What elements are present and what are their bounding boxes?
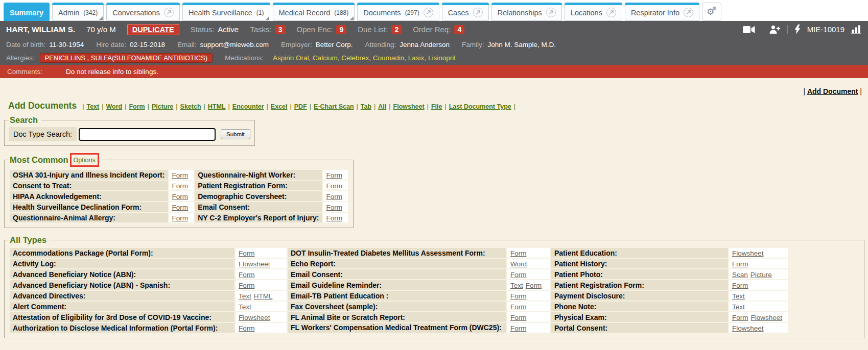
doc-link-form[interactable]: Form	[510, 314, 527, 321]
doc-link-form[interactable]: Form	[326, 171, 342, 179]
open-enc-count-badge[interactable]: 9	[336, 25, 346, 34]
doc-link-form[interactable]: Form	[172, 171, 189, 179]
doc-link-text[interactable]: Text	[239, 303, 251, 311]
medication-link[interactable]: Coumadin,	[373, 54, 406, 62]
pipe-separator: |	[290, 103, 292, 110]
doc-link-text[interactable]: Text	[239, 292, 251, 300]
doc-link-form[interactable]: Form	[326, 204, 342, 211]
tasks-label: Tasks:	[250, 25, 272, 34]
doc-type-links: Form	[236, 323, 287, 333]
doc-link-form[interactable]: Form	[732, 282, 748, 289]
medication-link[interactable]: Lasix,	[408, 54, 426, 62]
add-doc-type-link-all[interactable]: All	[378, 103, 386, 110]
tab-respirator-info[interactable]: Respirator Info	[625, 3, 699, 21]
options-link[interactable]: Options	[74, 157, 96, 164]
all-types-legend: All Types	[9, 235, 50, 245]
doc-link-form[interactable]: Form	[526, 282, 542, 289]
tab-label: Locations	[571, 9, 602, 17]
add-doc-type-link-text[interactable]: Text	[86, 103, 99, 110]
doc-link-form[interactable]: Form	[239, 282, 255, 289]
doc-link-text[interactable]: Text	[510, 282, 523, 289]
add-doc-type-link-picture[interactable]: Picture	[152, 103, 173, 110]
tab-cases[interactable]: Cases	[442, 3, 489, 21]
doc-link-form[interactable]: Form	[510, 303, 527, 311]
doc-link-flowsheet[interactable]: Flowsheet	[239, 260, 270, 268]
add-person-icon[interactable]	[769, 25, 781, 34]
tab-documents[interactable]: Documents(297)	[357, 3, 439, 21]
allergy-badge[interactable]: PENICILLINS , SULFA(SULFONAMIDE ANTIBIOT…	[40, 53, 213, 63]
doc-link-form[interactable]: Form	[510, 271, 527, 279]
doc-type-label: Email Guideline Reminder:	[288, 280, 506, 290]
doc-link-form[interactable]: Form	[326, 193, 342, 201]
submit-button[interactable]: Submit	[221, 129, 250, 139]
doc-link-form[interactable]: Form	[326, 214, 342, 222]
tab-summary[interactable]: Summary	[4, 3, 50, 21]
due-list-count-badge[interactable]: 2	[391, 25, 402, 34]
doc-type-links: Form	[507, 248, 550, 258]
add-doc-type-link-sketch[interactable]: Sketch	[180, 103, 201, 110]
add-doc-type-link-excel[interactable]: Excel	[271, 103, 288, 110]
doc-link-form[interactable]: Form	[172, 182, 189, 190]
order-req-count-badge[interactable]: 4	[454, 25, 464, 34]
add-doc-type-link-word[interactable]: Word	[106, 103, 122, 110]
medication-link[interactable]: Aspirin Oral,	[273, 54, 311, 62]
doc-type-label: Consent to Treat:	[10, 181, 168, 190]
doc-link-form[interactable]: Form	[239, 271, 255, 279]
doc-type-label: Patient Registration Form:	[195, 181, 322, 190]
medication-link[interactable]: Celebrex,	[341, 54, 371, 62]
tasks-count-badge[interactable]: 3	[275, 25, 286, 34]
add-doc-type-link-flowsheet[interactable]: Flowsheet	[393, 103, 425, 110]
doc-type-search-input[interactable]	[79, 128, 216, 141]
doc-link-flowsheet[interactable]: Flowsheet	[751, 314, 783, 321]
medication-link[interactable]: Calcium,	[313, 54, 340, 62]
doc-link-form[interactable]: Form	[239, 324, 255, 332]
doc-link-html[interactable]: HTML	[254, 292, 273, 300]
add-doc-type-link-encounter[interactable]: Encounter	[232, 103, 264, 110]
doc-link-form[interactable]: Form	[510, 292, 527, 300]
doc-link-form[interactable]: Form	[172, 193, 189, 201]
tab-conversations[interactable]: Conversations	[106, 3, 180, 21]
pipe-separator: |	[427, 103, 429, 110]
tab-locations[interactable]: Locations	[565, 3, 622, 21]
doc-link-form[interactable]: Form	[732, 314, 748, 321]
lightning-icon[interactable]	[794, 24, 801, 34]
add-doc-type-link-file[interactable]: File	[431, 103, 442, 110]
comments-label: Comments:	[7, 68, 42, 76]
doc-link-form[interactable]: Form	[732, 260, 748, 268]
video-camera-icon[interactable]	[743, 26, 755, 34]
doc-link-form[interactable]: Form	[172, 204, 189, 211]
add-document-link[interactable]: Add Document	[807, 87, 858, 95]
table-row: Attestation of Eligibility for 3rd Dose …	[10, 312, 788, 322]
add-doc-type-link-e-chart-scan[interactable]: E-Chart Scan	[314, 103, 354, 110]
tab-health-surveillance[interactable]: Health Surveillance(1)	[182, 3, 270, 21]
doc-link-form[interactable]: Form	[326, 182, 342, 190]
add-doc-type-link-form[interactable]: Form	[129, 103, 145, 110]
doc-link-form[interactable]: Form	[510, 324, 527, 332]
allergies-label: Allergies:	[6, 54, 35, 62]
tab-admin[interactable]: Admin(342)	[52, 3, 104, 21]
duplicate-badge[interactable]: DUPLICATE	[127, 24, 179, 35]
doc-link-form[interactable]: Form	[510, 249, 527, 257]
add-doc-type-link-html[interactable]: HTML	[208, 103, 226, 110]
doc-link-text[interactable]: Text	[732, 292, 745, 300]
medication-link[interactable]: Lisinopril	[428, 54, 455, 62]
tab-relationships[interactable]: Relationships	[491, 3, 562, 21]
doc-link-picture[interactable]: Picture	[750, 271, 772, 279]
tab-medical-record[interactable]: Medical Record(188)	[273, 3, 355, 21]
pipe-separator: |	[267, 103, 268, 110]
doc-link-word[interactable]: Word	[510, 260, 527, 268]
most-common-table: OSHA 301-Injury and Illness Incident Rep…	[9, 169, 349, 223]
doc-link-scan[interactable]: Scan	[732, 271, 748, 279]
doc-link-form[interactable]: Form	[239, 249, 255, 257]
add-doc-type-link-last-document-type[interactable]: Last Document Type	[449, 103, 511, 110]
add-doc-type-link-tab[interactable]: Tab	[361, 103, 371, 110]
doc-link-flowsheet[interactable]: Flowsheet	[732, 249, 764, 257]
doc-link-text[interactable]: Text	[732, 303, 745, 311]
doc-type-label: Advanced Directives:	[10, 291, 234, 301]
doc-link-flowsheet[interactable]: Flowsheet	[732, 324, 764, 332]
doc-link-form[interactable]: Form	[172, 214, 189, 222]
bar-chart-icon[interactable]	[851, 25, 862, 34]
doc-link-flowsheet[interactable]: Flowsheet	[239, 314, 270, 321]
settings-button[interactable]: ⚙ ⚙	[702, 3, 721, 21]
add-doc-type-link-pdf[interactable]: PDF	[294, 103, 307, 110]
